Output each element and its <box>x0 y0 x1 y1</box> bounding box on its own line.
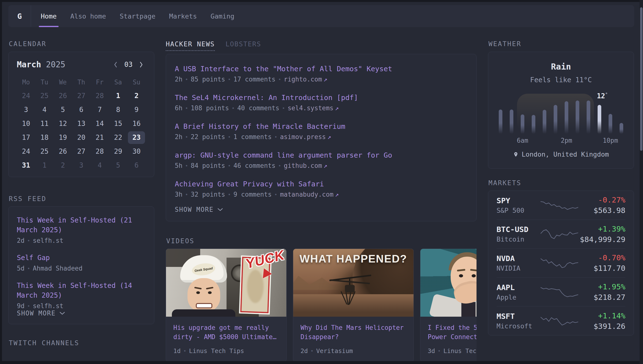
top-nav: G HomeAlso homeStartpageMarketsGaming <box>8 5 634 27</box>
video-title[interactable]: His upgrade got me really dirty - AMD $5… <box>173 323 279 342</box>
video-title[interactable]: I Fixed the 5 Power Connect <box>428 323 476 342</box>
calendar-day-cell: 29 <box>110 145 127 158</box>
feed-item-source-link[interactable]: asimov.press <box>280 133 326 140</box>
calendar-date-grid: 2425262728123456789101112131415161718192… <box>17 89 146 172</box>
sparkline-chart <box>539 284 579 300</box>
video-card-veritasium[interactable]: WHAT HAPPENED?Why Did The Mars Helicopte… <box>293 248 414 361</box>
market-name: Microsoft <box>496 322 539 330</box>
market-row-aapl[interactable]: AAPLApple+1.95%$218.27 <box>496 278 625 306</box>
calendar-day-cell: 11 <box>36 117 53 130</box>
market-row-btc-usd[interactable]: BTC-USDBitcoin+1.39%$84,999.29 <box>496 220 625 248</box>
calendar-day-cell: 4 <box>36 104 53 116</box>
video-thumbnail[interactable]: WHAT HAPPENED? <box>293 249 413 317</box>
calendar-prev-button[interactable] <box>114 61 118 68</box>
app-logo[interactable]: G <box>8 5 31 27</box>
map-pin-icon <box>513 152 518 157</box>
external-link-icon: ↗ <box>335 104 339 112</box>
calendar-controls: 03 <box>114 60 146 68</box>
tab-hacker-news[interactable]: HACKER NEWS <box>166 40 215 51</box>
feed-item-title[interactable]: A Brief History of the Miracle Bacterium <box>175 122 467 131</box>
feed-item-source-link[interactable]: righto.com <box>284 76 322 83</box>
nav-tab-markets[interactable]: Markets <box>169 5 197 27</box>
market-price: $117.70 <box>579 264 625 272</box>
feed-item-title[interactable]: This Week in Self-Hosted (21 March 2025) <box>17 216 146 235</box>
tab-lobsters[interactable]: LOBSTERS <box>226 40 261 50</box>
current-temp-label: 12° <box>597 92 608 100</box>
video-title[interactable]: Why Did The Mars Helicopter Disappear? <box>301 323 406 342</box>
market-row-nvda[interactable]: NVDANVIDIA-0.70%$117.70 <box>496 248 625 278</box>
weekday-label: Th <box>72 78 90 86</box>
feed-item-source-link[interactable]: sel4.systems <box>288 104 333 112</box>
scrollbar-thumb[interactable] <box>640 7 642 151</box>
feed-item-meta: 5h•84 points•46 comments•github.com↗ <box>175 162 467 169</box>
video-card-linus-tech-tips[interactable]: Geek SquadYUCKHis upgrade got me really … <box>166 248 287 361</box>
market-row-labels: MSFTMicrosoft <box>496 312 539 330</box>
market-name: Bitcoin <box>496 236 539 243</box>
calendar-day-cell: 17 <box>18 131 35 144</box>
feed-item-points: 32 points <box>191 191 225 198</box>
feed-item-title[interactable]: argp: GNU-style command line argument pa… <box>175 150 467 160</box>
calendar-day-cell: 2 <box>128 90 145 102</box>
feed-item-title[interactable]: The SeL4 Microkernel: An Introduction [p… <box>175 93 467 102</box>
feed-item-age: 5h <box>175 162 182 169</box>
nav-tab-gaming[interactable]: Gaming <box>210 5 234 27</box>
rss-show-more-button[interactable]: SHOW MORE <box>17 310 146 317</box>
market-row-spy[interactable]: SPYS&P 500-0.27%$563.98 <box>496 191 625 220</box>
market-price: $563.98 <box>579 206 625 215</box>
feed-item-comments: 17 comments <box>233 76 275 83</box>
calendar-next-button[interactable] <box>139 61 143 68</box>
calendar-day-cell: 21 <box>91 131 108 144</box>
chevron-right-icon <box>139 61 143 68</box>
calendar-section-label: CALENDAR <box>8 40 154 48</box>
calendar-day-cell: 25 <box>36 90 53 102</box>
calendar-day-cell: 20 <box>73 131 90 144</box>
feed-item-title[interactable]: A USB Interface to the "Mother of All De… <box>175 64 467 74</box>
feed-item-title[interactable]: Self Gap <box>17 253 146 263</box>
rss-list-item: Self Gap5d•Ahmad Shadeed <box>17 253 146 272</box>
rss-feed-widget: This Week in Self-Hosted (21 March 2025)… <box>8 206 154 324</box>
news-show-more-button[interactable]: SHOW MORE <box>175 206 467 213</box>
market-row-msft[interactable]: MSFTMicrosoft+1.14%$391.26 <box>496 306 625 335</box>
right-column: WEATHER Rain Feels like 11°C 12° 6am2pm1… <box>488 40 634 361</box>
video-thumbnail[interactable]: DO TH T <box>420 249 476 317</box>
calendar-day-cell: 3 <box>18 104 35 116</box>
market-sparkline <box>539 226 579 242</box>
calendar-day-cell: 30 <box>128 145 145 158</box>
calendar-day-cell: 5 <box>55 104 72 116</box>
feed-item-source-link[interactable]: matanabudy.com <box>280 191 333 198</box>
weekday-label: Fr <box>91 78 109 86</box>
nav-tabs: HomeAlso homeStartpageMarketsGaming <box>31 5 234 27</box>
feed-item-title[interactable]: This Week in Self-Hosted (14 March 2025) <box>17 281 146 300</box>
video-card-linus-tech-tips[interactable]: DO TH TI Fixed the 5 Power Connect3d•Lin… <box>420 248 476 361</box>
chevron-left-icon <box>114 61 118 68</box>
thumbnail-shape <box>459 274 463 278</box>
nav-tab-startpage[interactable]: Startpage <box>120 5 155 27</box>
feed-item-source-link[interactable]: github.com <box>284 162 322 169</box>
news-items: A USB Interface to the "Mother of All De… <box>175 64 467 198</box>
video-thumbnail[interactable]: Geek SquadYUCK <box>166 249 286 317</box>
feed-item-title[interactable]: Achieving Great Privacy with Safari <box>175 179 467 189</box>
market-sparkline <box>539 256 579 270</box>
weather-bar <box>499 110 502 134</box>
feed-item-comments: 40 comments <box>237 104 279 112</box>
calendar-day-cell: 10 <box>18 117 35 130</box>
calendar-day-cell: 18 <box>36 131 53 144</box>
video-meta: 1d•Linus Tech Tips <box>173 348 279 354</box>
feed-item-points: 22 points <box>191 133 225 140</box>
feed-item-points: 85 points <box>191 76 225 83</box>
nav-tab-also-home[interactable]: Also home <box>70 5 106 27</box>
nav-tab-home[interactable]: Home <box>41 5 57 27</box>
weather-condition: Rain <box>496 62 625 72</box>
calendar-day-cell: 25 <box>36 145 53 158</box>
calendar-day-cell: 26 <box>55 90 72 102</box>
weekday-label: Mo <box>17 78 35 86</box>
meta-separator-dot: • <box>228 163 231 168</box>
external-link-icon: ↗ <box>335 191 339 198</box>
twitch-section-label: TWITCH CHANNELS <box>8 339 154 347</box>
news-tabs: HACKER NEWSLOBSTERS <box>166 40 476 51</box>
feed-item-meta: 6h•108 points•40 comments•sel4.systems↗ <box>175 104 467 112</box>
weather-location: London, United Kingdom <box>496 150 625 158</box>
meta-separator-dot: • <box>232 105 235 111</box>
what-happened-overlay-text: WHAT HAPPENED? <box>293 253 413 265</box>
rss-list-item: This Week in Self-Hosted (21 March 2025)… <box>17 216 146 244</box>
